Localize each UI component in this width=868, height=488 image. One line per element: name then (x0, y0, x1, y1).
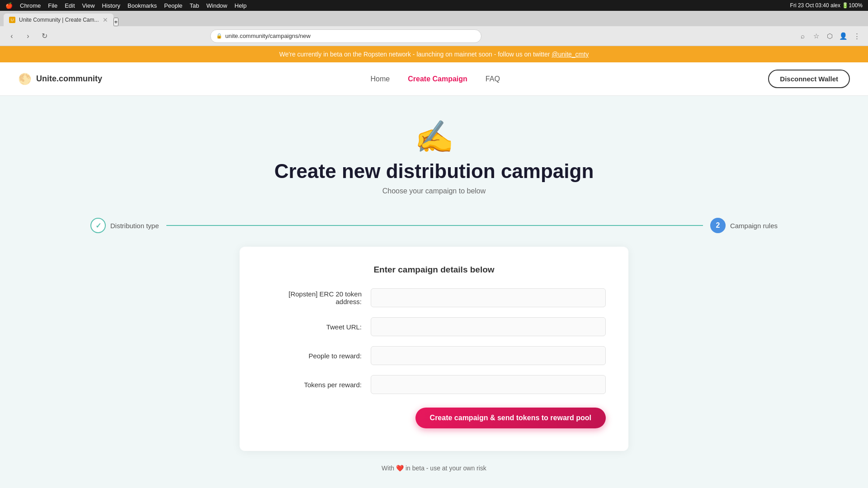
tokens-per-reward-input[interactable] (371, 375, 606, 394)
reload-button[interactable]: ↻ (38, 30, 51, 42)
tokens-per-reward-row: Tokens per reward: (262, 375, 606, 394)
os-menubar: 🍎 Chrome File Edit View History Bookmark… (0, 0, 868, 11)
os-clock-user: Fri 23 Oct 03:40 alex 🔋100% (790, 2, 863, 9)
address-text: unite.community/campaigns/new (225, 33, 311, 39)
step-1: ✓ Distribution type (90, 218, 159, 233)
hero-emoji: ✍️ (9, 118, 859, 155)
profile-icon[interactable]: 👤 (838, 31, 849, 42)
tweet-url-row: Tweet URL: (262, 317, 606, 336)
step-1-circle: ✓ (90, 218, 106, 233)
page-footer: With ❤️ in beta - use at your own risk (0, 451, 868, 485)
tab-favicon: U (9, 17, 15, 23)
step-2: 2 Campaign rules (710, 218, 778, 233)
browser-toolbar-right: ⌕ ☆ ⬡ 👤 ⋮ (797, 31, 863, 42)
bookmark-icon[interactable]: ☆ (811, 31, 822, 42)
menu-edit[interactable]: Edit (65, 2, 75, 9)
steps-bar: ✓ Distribution type 2 Campaign rules (0, 204, 868, 247)
menu-file[interactable]: File (48, 2, 57, 9)
tweet-url-input[interactable] (371, 317, 606, 336)
menu-history[interactable]: History (102, 2, 120, 9)
menu-help[interactable]: Help (235, 2, 247, 9)
menu-people[interactable]: People (164, 2, 182, 9)
forward-button[interactable]: › (22, 30, 34, 42)
browser-toolbar: ‹ › ↻ 🔒 unite.community/campaigns/new ⌕ … (0, 26, 868, 46)
people-to-reward-row: People to reward: (262, 346, 606, 365)
address-bar[interactable]: 🔒 unite.community/campaigns/new (210, 29, 481, 43)
page-title: Create new distribution campaign (9, 160, 859, 183)
tab-title: Unite Community | Create Cam... (19, 17, 99, 23)
browser-tab-bar: U Unite Community | Create Cam... ✕ + (0, 11, 868, 26)
token-address-input[interactable] (371, 288, 606, 307)
nav-links: Home Create Campaign FAQ (371, 75, 500, 83)
browser-chrome: U Unite Community | Create Cam... ✕ + ‹ … (0, 11, 868, 46)
step-connector (166, 225, 703, 226)
people-to-reward-label: People to reward: (262, 352, 362, 360)
menu-tab[interactable]: Tab (190, 2, 199, 9)
step-1-label: Distribution type (110, 222, 159, 230)
beta-banner-text: We're currently in beta on the Ropsten n… (279, 51, 552, 58)
form-actions: Create campaign & send tokens to reward … (262, 408, 606, 428)
tweet-url-label: Tweet URL: (262, 323, 362, 331)
page-content: ✍️ Create new distribution campaign Choo… (0, 96, 868, 488)
browser-tab-active[interactable]: U Unite Community | Create Cam... ✕ (4, 14, 113, 26)
os-right-icons: Fri 23 Oct 03:40 alex 🔋100% (790, 2, 863, 9)
campaign-form-card: Enter campaign details below [Ropsten] E… (240, 247, 628, 451)
form-title: Enter campaign details below (262, 265, 606, 275)
step-1-symbol: ✓ (95, 221, 101, 230)
apple-logo: 🍎 (5, 2, 13, 9)
hero-section: ✍️ Create new distribution campaign Choo… (0, 105, 868, 204)
people-to-reward-input[interactable] (371, 346, 606, 365)
nav-faq[interactable]: FAQ (486, 75, 500, 83)
back-button[interactable]: ‹ (5, 30, 18, 42)
submit-button[interactable]: Create campaign & send tokens to reward … (415, 408, 606, 428)
search-icon[interactable]: ⌕ (797, 31, 808, 42)
nav-create-campaign[interactable]: Create Campaign (408, 75, 467, 83)
menu-icon[interactable]: ⋮ (852, 31, 863, 42)
logo-text: Unite.community (36, 74, 102, 84)
tokens-per-reward-label: Tokens per reward: (262, 381, 362, 389)
nav-home[interactable]: Home (371, 75, 390, 83)
beta-banner: We're currently in beta on the Ropsten n… (0, 46, 868, 62)
menu-chrome[interactable]: Chrome (20, 2, 41, 9)
footer-heart: ❤️ (396, 465, 404, 472)
step-2-label: Campaign rules (730, 222, 778, 230)
ssl-lock-icon: 🔒 (216, 33, 222, 39)
footer-text-before: With (382, 465, 396, 472)
app-logo: 🌕 Unite.community (18, 73, 102, 85)
footer-text-after: in beta - use at your own risk (404, 465, 486, 472)
new-tab-button[interactable]: + (113, 18, 119, 26)
menu-view[interactable]: View (82, 2, 95, 9)
step-2-symbol: 2 (716, 221, 720, 230)
app-nav: 🌕 Unite.community Home Create Campaign F… (0, 62, 868, 96)
step-2-circle: 2 (710, 218, 726, 233)
menu-window[interactable]: Window (207, 2, 227, 9)
tab-close-button[interactable]: ✕ (103, 16, 108, 23)
page-subtitle: Choose your campaign to below (9, 187, 859, 195)
twitter-link[interactable]: @unite_cmty (552, 51, 589, 58)
logo-icon: 🌕 (18, 73, 32, 85)
disconnect-wallet-button[interactable]: Disconnect Wallet (768, 70, 850, 88)
token-address-row: [Ropsten] ERC 20 token address: (262, 288, 606, 307)
menu-bookmarks[interactable]: Bookmarks (127, 2, 157, 9)
extensions-icon[interactable]: ⬡ (825, 31, 835, 42)
token-address-label: [Ropsten] ERC 20 token address: (262, 290, 362, 305)
